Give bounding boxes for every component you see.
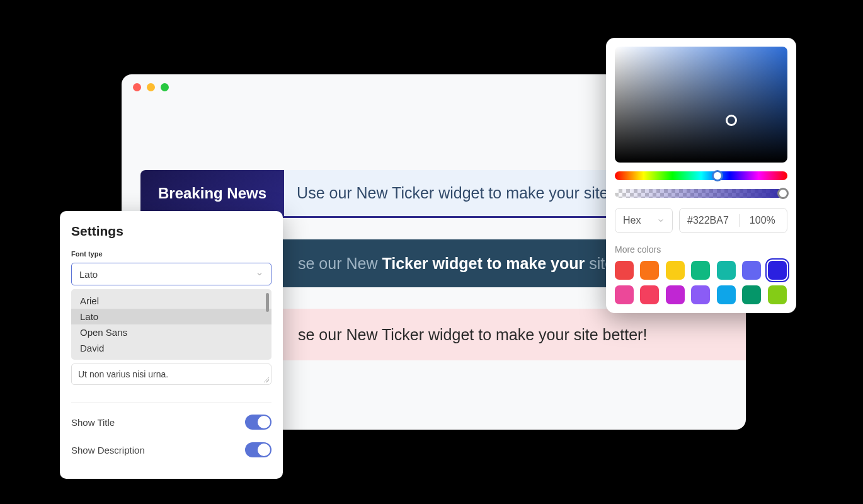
alpha-knob[interactable] [777,188,789,199]
format-select[interactable]: Hex [615,208,673,233]
scrollbar[interactable] [266,293,269,312]
show-description-toggle[interactable] [245,442,271,457]
font-option[interactable]: Open Sans [71,324,271,340]
color-swatch[interactable] [691,261,710,280]
color-swatch[interactable] [666,285,685,304]
more-colors-label: More colors [615,244,787,255]
ticker-text: se our New Ticker widget to make your si… [298,326,647,344]
show-title-row: Show Title [71,415,271,430]
hex-input[interactable]: #322BA7 100% [679,208,787,233]
opacity-value: 100% [750,215,775,226]
font-select-value: Lato [79,269,98,280]
divider [71,403,271,403]
color-swatch[interactable] [717,285,736,304]
show-title-label: Show Title [71,417,115,428]
color-picker: Hex #322BA7 100% More colors [606,38,796,313]
settings-title: Settings [71,224,271,239]
show-description-label: Show Description [71,445,145,455]
color-inputs: Hex #322BA7 100% [615,208,787,233]
show-title-toggle[interactable] [245,415,271,430]
color-swatches [615,261,787,304]
font-option[interactable]: Ariel [71,293,271,309]
minimize-icon[interactable] [147,83,155,91]
color-swatch[interactable] [742,261,761,280]
font-option[interactable]: Lato [71,309,271,324]
hue-slider[interactable] [615,171,787,180]
divider [739,214,740,227]
color-swatch[interactable] [615,261,634,280]
color-swatch[interactable] [640,261,659,280]
color-swatch[interactable] [666,261,685,280]
alpha-slider[interactable] [615,189,787,198]
font-select[interactable]: Lato [71,263,271,285]
font-dropdown: Ariel Lato Open Sans David [71,289,271,360]
chevron-down-icon [657,217,665,224]
hue-knob[interactable] [712,170,723,181]
ticker-text: Use our New Ticker widget to make your s… [284,184,630,202]
close-icon[interactable] [133,83,141,91]
settings-panel: Settings Font type Lato Ariel Lato Open … [60,211,283,479]
maximize-icon[interactable] [161,83,169,91]
font-type-label: Font type [71,250,271,258]
color-swatch[interactable] [768,261,787,280]
color-swatch[interactable] [768,285,787,304]
color-swatch[interactable] [691,285,710,304]
hex-value: #322BA7 [687,215,729,226]
color-swatch[interactable] [615,285,634,304]
ticker-badge: Breaking News [140,170,284,216]
color-swatch[interactable] [742,285,761,304]
color-swatch[interactable] [717,261,736,280]
format-value: Hex [623,215,641,226]
saturation-canvas[interactable] [615,47,787,163]
font-option[interactable]: David [71,340,271,356]
description-textarea[interactable]: Ut non varius nisi urna. [71,364,271,385]
color-swatch[interactable] [640,285,659,304]
color-cursor[interactable] [726,115,737,126]
show-description-row: Show Description [71,442,271,457]
ticker-text: se our New Ticker widget to make your si… [298,255,636,273]
chevron-down-icon [256,270,263,278]
